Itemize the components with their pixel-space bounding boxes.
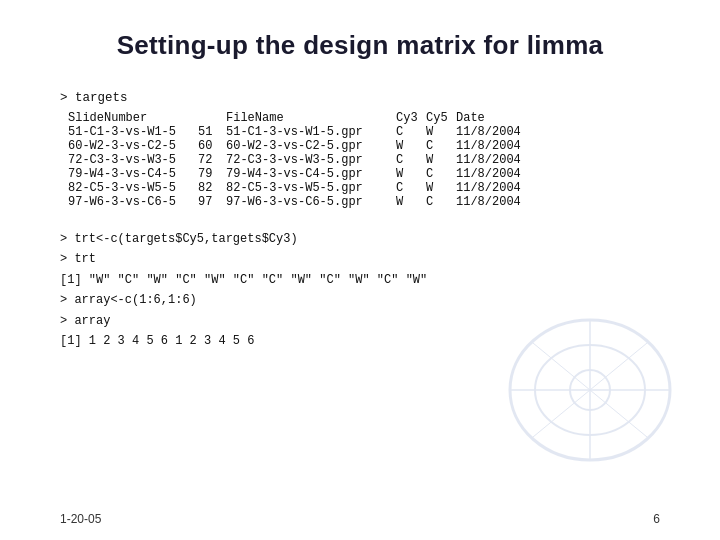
header-date: Date [456,111,556,125]
row3-cy3: C [396,153,426,167]
header-cy5: Cy5 [426,111,456,125]
row2-date: 11/8/2004 [456,139,556,153]
trt-line4: > array<-c(1:6,1:6) [60,290,660,310]
row5-cy5: W [426,181,456,195]
footer-right: 6 [653,512,660,526]
row6-cy3: W [396,195,426,209]
row4-filename: 79-W4-3-vs-C4-5.gpr [226,167,396,181]
targets-table: SlideNumber FileName Cy3 Cy5 Date 51-C1-… [60,111,660,209]
trt-line6: [1] 1 2 3 4 5 6 1 2 3 4 5 6 [60,331,660,351]
row4-slidenum: 79-W4-3-vs-C4-5 [68,167,198,181]
header-slidenum: SlideNumber [68,111,198,125]
row2-cy3: W [396,139,426,153]
slide-container: Setting-up the design matrix for limma >… [0,0,720,540]
table-row: 82-C5-3-vs-W5-5 82 82-C5-3-vs-W5-5.gpr C… [68,181,660,195]
row3-num: 72 [198,153,226,167]
content-area: > targets SlideNumber FileName Cy3 Cy5 D… [60,91,660,510]
row1-cy5: W [426,125,456,139]
trt-line3: [1] "W" "C" "W" "C" "W" "C" "C" "W" "C" … [60,270,660,290]
row3-filename: 72-C3-3-vs-W3-5.gpr [226,153,396,167]
row4-num: 79 [198,167,226,181]
row1-date: 11/8/2004 [456,125,556,139]
table-header-row: SlideNumber FileName Cy3 Cy5 Date [68,111,660,125]
row2-cy5: C [426,139,456,153]
row2-slidenum: 60-W2-3-vs-C2-5 [68,139,198,153]
trt-line5: > array [60,311,660,331]
header-filename: FileName [226,111,396,125]
row3-cy5: W [426,153,456,167]
row2-filename: 60-W2-3-vs-C2-5.gpr [226,139,396,153]
row4-date: 11/8/2004 [456,167,556,181]
row1-slidenum: 51-C1-3-vs-W1-5 [68,125,198,139]
row6-date: 11/8/2004 [456,195,556,209]
table-row: 51-C1-3-vs-W1-5 51 51-C1-3-vs-W1-5.gpr C… [68,125,660,139]
row6-num: 97 [198,195,226,209]
row4-cy3: W [396,167,426,181]
header-cy3: Cy3 [396,111,426,125]
row1-cy3: C [396,125,426,139]
targets-label: > targets [60,91,660,105]
row5-filename: 82-C5-3-vs-W5-5.gpr [226,181,396,195]
row5-cy3: C [396,181,426,195]
row6-filename: 97-W6-3-vs-C6-5.gpr [226,195,396,209]
trt-line1: > trt<-c(targets$Cy5,targets$Cy3) [60,229,660,249]
table-row: 97-W6-3-vs-C6-5 97 97-W6-3-vs-C6-5.gpr W… [68,195,660,209]
row3-date: 11/8/2004 [456,153,556,167]
row6-slidenum: 97-W6-3-vs-C6-5 [68,195,198,209]
table-row: 72-C3-3-vs-W3-5 72 72-C3-3-vs-W3-5.gpr C… [68,153,660,167]
row1-filename: 51-C1-3-vs-W1-5.gpr [226,125,396,139]
footer: 1-20-05 6 [60,512,660,526]
row5-date: 11/8/2004 [456,181,556,195]
row1-num: 51 [198,125,226,139]
footer-left: 1-20-05 [60,512,101,526]
slide-title: Setting-up the design matrix for limma [60,30,660,61]
row4-cy5: C [426,167,456,181]
header-num [198,111,226,125]
table-row: 60-W2-3-vs-C2-5 60 60-W2-3-vs-C2-5.gpr W… [68,139,660,153]
row6-cy5: C [426,195,456,209]
row3-slidenum: 72-C3-3-vs-W3-5 [68,153,198,167]
row5-slidenum: 82-C5-3-vs-W5-5 [68,181,198,195]
table-row: 79-W4-3-vs-C4-5 79 79-W4-3-vs-C4-5.gpr W… [68,167,660,181]
row2-num: 60 [198,139,226,153]
row5-num: 82 [198,181,226,195]
trt-line2: > trt [60,249,660,269]
trt-section: > trt<-c(targets$Cy5,targets$Cy3) > trt … [60,229,660,351]
